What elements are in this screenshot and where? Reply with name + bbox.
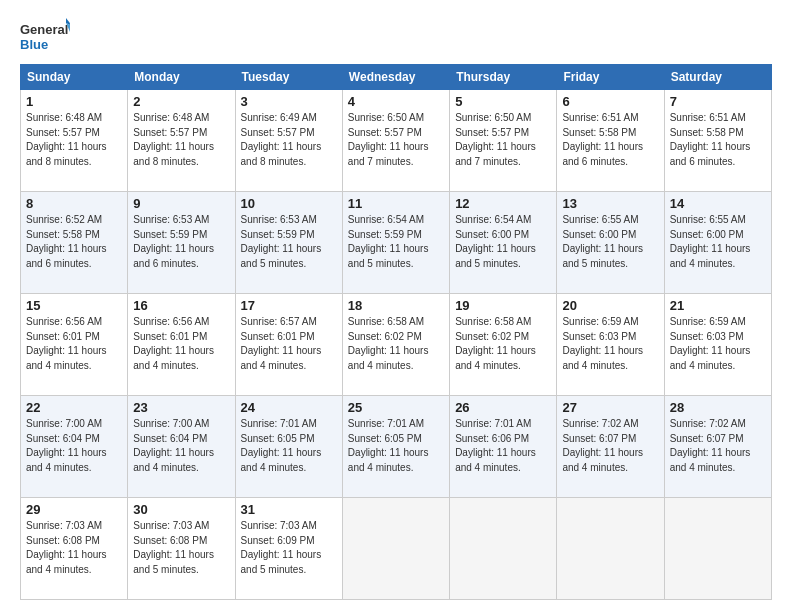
calendar-cell: 13 Sunrise: 6:55 AM Sunset: 6:00 PM Dayl… [557, 192, 664, 294]
day-info: Sunrise: 6:49 AM Sunset: 5:57 PM Dayligh… [241, 111, 337, 169]
day-number: 18 [348, 298, 444, 313]
calendar-cell: 27 Sunrise: 7:02 AM Sunset: 6:07 PM Dayl… [557, 396, 664, 498]
day-info: Sunrise: 6:58 AM Sunset: 6:02 PM Dayligh… [455, 315, 551, 373]
calendar-cell [664, 498, 771, 600]
day-number: 23 [133, 400, 229, 415]
day-number: 3 [241, 94, 337, 109]
day-number: 22 [26, 400, 122, 415]
svg-text:Blue: Blue [20, 37, 48, 52]
logo-icon: General Blue [20, 16, 70, 56]
calendar-cell: 24 Sunrise: 7:01 AM Sunset: 6:05 PM Dayl… [235, 396, 342, 498]
day-info: Sunrise: 7:03 AM Sunset: 6:08 PM Dayligh… [26, 519, 122, 577]
day-number: 7 [670, 94, 766, 109]
calendar-cell: 26 Sunrise: 7:01 AM Sunset: 6:06 PM Dayl… [450, 396, 557, 498]
day-info: Sunrise: 6:48 AM Sunset: 5:57 PM Dayligh… [133, 111, 229, 169]
day-info: Sunrise: 7:01 AM Sunset: 6:06 PM Dayligh… [455, 417, 551, 475]
day-number: 20 [562, 298, 658, 313]
day-header-wednesday: Wednesday [342, 65, 449, 90]
svg-text:General: General [20, 22, 68, 37]
calendar-cell: 5 Sunrise: 6:50 AM Sunset: 5:57 PM Dayli… [450, 90, 557, 192]
day-info: Sunrise: 6:56 AM Sunset: 6:01 PM Dayligh… [133, 315, 229, 373]
calendar-cell [557, 498, 664, 600]
day-info: Sunrise: 6:50 AM Sunset: 5:57 PM Dayligh… [455, 111, 551, 169]
calendar-cell: 20 Sunrise: 6:59 AM Sunset: 6:03 PM Dayl… [557, 294, 664, 396]
day-number: 4 [348, 94, 444, 109]
calendar-cell: 18 Sunrise: 6:58 AM Sunset: 6:02 PM Dayl… [342, 294, 449, 396]
day-info: Sunrise: 6:53 AM Sunset: 5:59 PM Dayligh… [133, 213, 229, 271]
day-number: 26 [455, 400, 551, 415]
calendar-cell [342, 498, 449, 600]
calendar-cell: 25 Sunrise: 7:01 AM Sunset: 6:05 PM Dayl… [342, 396, 449, 498]
day-number: 25 [348, 400, 444, 415]
day-number: 31 [241, 502, 337, 517]
calendar-cell: 16 Sunrise: 6:56 AM Sunset: 6:01 PM Dayl… [128, 294, 235, 396]
day-number: 5 [455, 94, 551, 109]
day-header-monday: Monday [128, 65, 235, 90]
day-number: 12 [455, 196, 551, 211]
day-number: 21 [670, 298, 766, 313]
day-info: Sunrise: 7:01 AM Sunset: 6:05 PM Dayligh… [241, 417, 337, 475]
calendar-cell: 23 Sunrise: 7:00 AM Sunset: 6:04 PM Dayl… [128, 396, 235, 498]
day-number: 17 [241, 298, 337, 313]
logo: General Blue [20, 16, 70, 56]
day-number: 29 [26, 502, 122, 517]
header: General Blue [20, 16, 772, 56]
calendar-cell [450, 498, 557, 600]
calendar-cell: 9 Sunrise: 6:53 AM Sunset: 5:59 PM Dayli… [128, 192, 235, 294]
calendar-cell: 2 Sunrise: 6:48 AM Sunset: 5:57 PM Dayli… [128, 90, 235, 192]
day-info: Sunrise: 6:48 AM Sunset: 5:57 PM Dayligh… [26, 111, 122, 169]
day-info: Sunrise: 7:00 AM Sunset: 6:04 PM Dayligh… [26, 417, 122, 475]
day-info: Sunrise: 7:00 AM Sunset: 6:04 PM Dayligh… [133, 417, 229, 475]
day-number: 11 [348, 196, 444, 211]
day-info: Sunrise: 6:51 AM Sunset: 5:58 PM Dayligh… [670, 111, 766, 169]
calendar-cell: 8 Sunrise: 6:52 AM Sunset: 5:58 PM Dayli… [21, 192, 128, 294]
day-info: Sunrise: 6:54 AM Sunset: 6:00 PM Dayligh… [455, 213, 551, 271]
calendar-cell: 12 Sunrise: 6:54 AM Sunset: 6:00 PM Dayl… [450, 192, 557, 294]
day-info: Sunrise: 6:50 AM Sunset: 5:57 PM Dayligh… [348, 111, 444, 169]
calendar-cell: 21 Sunrise: 6:59 AM Sunset: 6:03 PM Dayl… [664, 294, 771, 396]
calendar-cell: 22 Sunrise: 7:00 AM Sunset: 6:04 PM Dayl… [21, 396, 128, 498]
calendar-cell: 15 Sunrise: 6:56 AM Sunset: 6:01 PM Dayl… [21, 294, 128, 396]
day-number: 9 [133, 196, 229, 211]
calendar-cell: 31 Sunrise: 7:03 AM Sunset: 6:09 PM Dayl… [235, 498, 342, 600]
day-info: Sunrise: 7:02 AM Sunset: 6:07 PM Dayligh… [562, 417, 658, 475]
day-number: 1 [26, 94, 122, 109]
day-number: 16 [133, 298, 229, 313]
day-info: Sunrise: 6:55 AM Sunset: 6:00 PM Dayligh… [562, 213, 658, 271]
day-info: Sunrise: 6:53 AM Sunset: 5:59 PM Dayligh… [241, 213, 337, 271]
calendar-cell: 4 Sunrise: 6:50 AM Sunset: 5:57 PM Dayli… [342, 90, 449, 192]
calendar-cell: 10 Sunrise: 6:53 AM Sunset: 5:59 PM Dayl… [235, 192, 342, 294]
calendar-cell: 30 Sunrise: 7:03 AM Sunset: 6:08 PM Dayl… [128, 498, 235, 600]
calendar-cell: 14 Sunrise: 6:55 AM Sunset: 6:00 PM Dayl… [664, 192, 771, 294]
day-header-thursday: Thursday [450, 65, 557, 90]
day-info: Sunrise: 6:56 AM Sunset: 6:01 PM Dayligh… [26, 315, 122, 373]
calendar-cell: 1 Sunrise: 6:48 AM Sunset: 5:57 PM Dayli… [21, 90, 128, 192]
day-number: 19 [455, 298, 551, 313]
day-header-tuesday: Tuesday [235, 65, 342, 90]
calendar-cell: 29 Sunrise: 7:03 AM Sunset: 6:08 PM Dayl… [21, 498, 128, 600]
day-info: Sunrise: 6:54 AM Sunset: 5:59 PM Dayligh… [348, 213, 444, 271]
day-number: 10 [241, 196, 337, 211]
day-info: Sunrise: 7:03 AM Sunset: 6:08 PM Dayligh… [133, 519, 229, 577]
calendar-cell: 11 Sunrise: 6:54 AM Sunset: 5:59 PM Dayl… [342, 192, 449, 294]
day-number: 24 [241, 400, 337, 415]
day-header-saturday: Saturday [664, 65, 771, 90]
day-number: 28 [670, 400, 766, 415]
calendar-cell: 3 Sunrise: 6:49 AM Sunset: 5:57 PM Dayli… [235, 90, 342, 192]
day-header-sunday: Sunday [21, 65, 128, 90]
calendar-cell: 17 Sunrise: 6:57 AM Sunset: 6:01 PM Dayl… [235, 294, 342, 396]
day-info: Sunrise: 7:01 AM Sunset: 6:05 PM Dayligh… [348, 417, 444, 475]
day-number: 14 [670, 196, 766, 211]
day-info: Sunrise: 7:02 AM Sunset: 6:07 PM Dayligh… [670, 417, 766, 475]
day-number: 13 [562, 196, 658, 211]
day-number: 30 [133, 502, 229, 517]
day-number: 8 [26, 196, 122, 211]
calendar-cell: 28 Sunrise: 7:02 AM Sunset: 6:07 PM Dayl… [664, 396, 771, 498]
day-number: 15 [26, 298, 122, 313]
day-info: Sunrise: 7:03 AM Sunset: 6:09 PM Dayligh… [241, 519, 337, 577]
calendar: SundayMondayTuesdayWednesdayThursdayFrid… [20, 64, 772, 600]
day-info: Sunrise: 6:57 AM Sunset: 6:01 PM Dayligh… [241, 315, 337, 373]
day-header-friday: Friday [557, 65, 664, 90]
day-info: Sunrise: 6:59 AM Sunset: 6:03 PM Dayligh… [562, 315, 658, 373]
day-info: Sunrise: 6:52 AM Sunset: 5:58 PM Dayligh… [26, 213, 122, 271]
